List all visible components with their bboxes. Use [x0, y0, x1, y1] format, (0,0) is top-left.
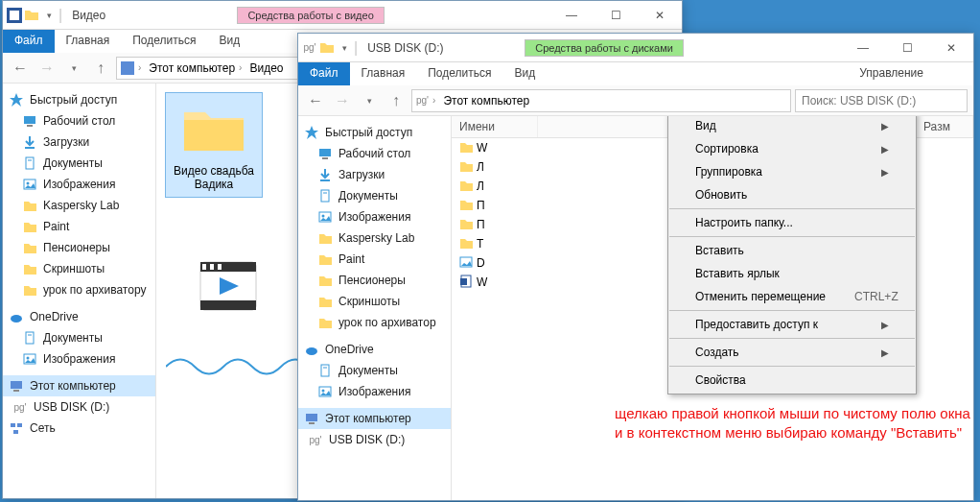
qat-dropdown-icon[interactable]: ▾: [337, 40, 352, 56]
nav-item[interactable]: Рабочий стол: [3, 110, 155, 131]
nav-item-icon: [22, 155, 37, 171]
nav-network[interactable]: Сеть: [3, 418, 155, 439]
nav-item[interactable]: урок по архиватору: [3, 279, 155, 300]
svg-rect-20: [13, 430, 18, 434]
tab-share[interactable]: Поделиться: [121, 30, 207, 53]
svg-rect-12: [26, 332, 34, 344]
nav-item[interactable]: Пенсионеры: [3, 237, 155, 258]
nav-this-pc[interactable]: Этот компьютер: [298, 408, 451, 429]
nav-onedrive[interactable]: OneDrive: [3, 306, 155, 327]
cell-name: Л: [452, 177, 538, 197]
up-button[interactable]: ↑: [89, 57, 112, 80]
minimize-button[interactable]: —: [841, 34, 885, 62]
svg-point-36: [306, 347, 317, 355]
tab-file[interactable]: Файл: [3, 30, 55, 53]
menu-customize-folder[interactable]: Настроить папку...: [668, 211, 916, 234]
nav-item-label: Рабочий стол: [43, 114, 115, 128]
back-button[interactable]: ←: [9, 57, 32, 80]
nav-item[interactable]: Paint: [298, 249, 451, 270]
svg-point-40: [322, 390, 325, 393]
nav-item[interactable]: Kaspersky Lab: [3, 195, 155, 216]
nav-item[interactable]: урок по архиватор: [298, 312, 451, 333]
up-button[interactable]: ↑: [385, 89, 408, 112]
menu-view[interactable]: Вид▶: [668, 116, 916, 137]
nav-usb-disk[interactable]: pg'USB DISK (D:): [3, 396, 155, 418]
nav-item-icon: [317, 251, 333, 267]
contextual-tab-video[interactable]: Средства работы с видео: [237, 7, 384, 24]
menu-separator: [669, 338, 915, 339]
qat-dropdown-icon[interactable]: ▾: [41, 8, 57, 23]
nav-item[interactable]: Kaspersky Lab: [298, 227, 451, 249]
cell-name: W: [452, 273, 538, 293]
menu-sort[interactable]: Сортировка▶: [668, 137, 916, 160]
nav-item[interactable]: Изображения: [3, 348, 155, 370]
forward-button[interactable]: →: [331, 89, 354, 112]
nav-item[interactable]: Документы: [3, 327, 155, 348]
breadcrumb-segment[interactable]: Этот компьютер›: [145, 61, 245, 75]
menu-undo-move[interactable]: Отменить перемещениеCTRL+Z: [668, 285, 916, 308]
nav-item[interactable]: Изображения: [298, 381, 451, 402]
tab-home[interactable]: Главная: [350, 62, 417, 85]
menu-new[interactable]: Создать▶: [668, 341, 916, 364]
nav-item[interactable]: Загрузки: [298, 164, 451, 185]
close-button[interactable]: ✕: [929, 34, 973, 62]
tab-manage[interactable]: Управление: [848, 62, 935, 85]
nav-quick-access[interactable]: Быстрый доступ: [3, 89, 155, 110]
nav-item[interactable]: Рабочий стол: [298, 143, 451, 164]
nav-quick-access[interactable]: Быстрый доступ: [298, 122, 451, 143]
tab-view[interactable]: Вид: [502, 62, 547, 85]
tab-share[interactable]: Поделиться: [416, 62, 502, 85]
nav-item-icon: [22, 282, 37, 298]
breadcrumb-segment[interactable]: Видео: [245, 61, 287, 75]
menu-group[interactable]: Группировка▶: [668, 160, 916, 183]
search-input[interactable]: [795, 89, 968, 112]
nav-item[interactable]: Загрузки: [3, 131, 155, 153]
breadcrumb-segment[interactable]: Этот компьютер: [439, 94, 533, 108]
nav-item[interactable]: Скриншоты: [298, 291, 451, 312]
close-button[interactable]: ✕: [638, 1, 682, 30]
back-button[interactable]: ←: [304, 89, 327, 112]
col-size[interactable]: Разм: [916, 116, 973, 137]
menu-separator: [669, 236, 915, 237]
nav-item[interactable]: Документы: [3, 153, 155, 174]
nav-usb-disk[interactable]: pg'USB DISK (D:): [298, 429, 451, 450]
nav-item[interactable]: Paint: [3, 216, 155, 237]
video-file-icon[interactable]: [195, 256, 262, 327]
nav-item[interactable]: Изображения: [298, 206, 451, 227]
svg-rect-24: [202, 264, 206, 270]
col-name[interactable]: Имени: [452, 116, 538, 137]
tab-home[interactable]: Главная: [55, 30, 122, 53]
nav-item[interactable]: Документы: [298, 185, 451, 206]
recent-dropdown[interactable]: ▾: [62, 57, 85, 80]
nav-item[interactable]: Скриншоты: [3, 258, 155, 279]
nav-item-label: Пенсионеры: [43, 241, 110, 254]
content-area[interactable]: Имени менения Тип Разм W8:30Папка с файл…: [452, 116, 973, 500]
tab-view[interactable]: Вид: [207, 30, 251, 53]
menu-share-access[interactable]: Предоставить доступ к▶: [668, 313, 916, 336]
nav-item[interactable]: Документы: [298, 360, 451, 381]
nav-item-label: Пенсионеры: [338, 274, 406, 287]
menu-refresh[interactable]: Обновить: [668, 183, 916, 206]
folder-item[interactable]: Видео свадьба Вадика: [166, 93, 262, 197]
maximize-button[interactable]: ☐: [885, 34, 929, 62]
nav-onedrive[interactable]: OneDrive: [298, 339, 451, 360]
forward-button[interactable]: →: [35, 57, 58, 80]
menu-paste-shortcut[interactable]: Вставить ярлык: [668, 262, 916, 285]
nav-item[interactable]: Изображения: [3, 174, 155, 195]
contextual-tab-disk[interactable]: Средства работы с дисками: [525, 39, 684, 57]
nav-item-icon: [317, 315, 333, 330]
cell-size: [916, 146, 973, 150]
file-icon: [459, 275, 473, 291]
nav-this-pc[interactable]: Этот компьютер: [3, 375, 155, 396]
cell-name: D: [452, 253, 538, 274]
nav-item[interactable]: Пенсионеры: [298, 270, 451, 291]
minimize-button[interactable]: —: [549, 1, 594, 30]
tab-file[interactable]: Файл: [298, 62, 350, 85]
maximize-button[interactable]: ☐: [594, 1, 638, 30]
submenu-arrow-icon: ▶: [881, 121, 889, 131]
recent-dropdown[interactable]: ▾: [358, 89, 381, 112]
breadcrumb[interactable]: pg'› Этот компьютер: [411, 89, 791, 112]
menu-properties[interactable]: Свойства: [668, 369, 916, 392]
nav-item-icon: [22, 240, 37, 255]
menu-paste[interactable]: Вставить: [668, 239, 916, 262]
